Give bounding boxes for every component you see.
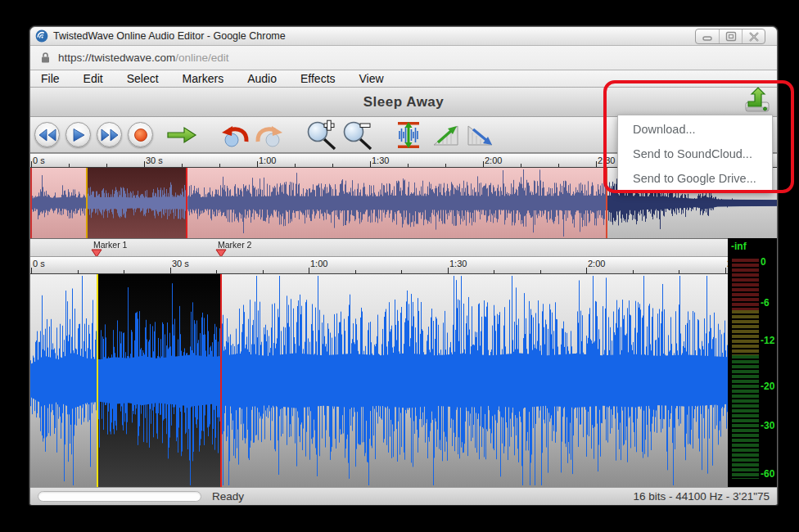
meter-scale-label: -12: [761, 335, 774, 346]
fade-out-button[interactable]: [467, 123, 494, 147]
menu-file[interactable]: File: [41, 72, 60, 85]
progress-bar: [38, 491, 201, 502]
overview-view-boundary-line: [606, 168, 607, 238]
level-meter: -inf 0-6-12-20-30-60: [728, 238, 777, 487]
url-path-part: /online/edit: [175, 52, 228, 64]
menu-view[interactable]: View: [359, 72, 384, 85]
ruler-label: 1:00: [310, 259, 327, 268]
title-bar: TwistedWave Online Audio Editor - Google…: [30, 27, 777, 46]
record-icon: [133, 127, 149, 143]
maximize-icon: [725, 31, 737, 42]
menu-effects[interactable]: Effects: [300, 72, 336, 85]
export-dropdown-menu: Download...Send to SoundCloud...Send to …: [617, 115, 773, 192]
close-button[interactable]: [742, 29, 765, 43]
overview-start-line: [30, 168, 32, 238]
minimize-button[interactable]: [696, 29, 719, 43]
maximize-button[interactable]: [719, 29, 742, 43]
twistedwave-favicon: [35, 29, 48, 43]
audio-format-info: 16 bits - 44100 Hz - 3'21"75: [634, 490, 770, 503]
export-menu-item-0[interactable]: Download...: [618, 117, 772, 142]
minimize-icon: [702, 32, 713, 42]
browser-window: TwistedWave Online Audio Editor - Google…: [29, 26, 778, 505]
menu-audio[interactable]: Audio: [247, 72, 277, 85]
zoom-in-button[interactable]: [305, 119, 339, 151]
main-waveform-canvas[interactable]: [30, 274, 728, 487]
window-title: TwistedWave Online Audio Editor - Google…: [53, 30, 286, 42]
lock-icon: [40, 52, 51, 64]
screenshot-root: TwistedWave Online Audio Editor - Google…: [0, 0, 799, 532]
fade-out-icon: [467, 123, 494, 147]
document-header: Sleep Away: [30, 88, 777, 117]
meter-scale-label: -60: [761, 468, 774, 480]
overview-selection-end-line: [186, 168, 187, 238]
green-arrow-icon: [165, 124, 198, 146]
ruler-label: 30 s: [172, 259, 189, 268]
markers-bar[interactable]: Marker 1Marker 2: [30, 238, 728, 256]
zoom-out-button[interactable]: [341, 119, 375, 151]
ruler-label: 2:30: [598, 156, 615, 165]
ruler-label: 0 s: [33, 259, 45, 268]
meter-top-label: -inf: [731, 241, 747, 252]
undo-icon: [219, 122, 251, 148]
ruler-label: 2:00: [485, 156, 502, 165]
menu-markers[interactable]: Markers: [183, 72, 224, 85]
rewind-icon: [38, 128, 56, 142]
status-text: Ready: [212, 490, 244, 503]
ruler-label: 30 s: [146, 156, 163, 165]
play-icon: [71, 128, 86, 142]
main-ruler[interactable]: 0 s30 s1:001:302:002:30: [30, 256, 728, 274]
document-title: Sleep Away: [363, 94, 445, 110]
meter-bars: [732, 259, 759, 479]
fast-forward-button[interactable]: [97, 122, 122, 147]
url-secure-part: https://twistedwave.com: [58, 52, 175, 64]
selection-start-line[interactable]: [97, 274, 98, 487]
jump-to-end-button[interactable]: [165, 124, 198, 146]
ruler-label: 1:30: [372, 156, 389, 165]
window-controls: [695, 29, 765, 44]
play-button[interactable]: [65, 122, 91, 147]
fade-in-button[interactable]: [432, 123, 460, 147]
record-button[interactable]: [128, 122, 153, 147]
redo-button[interactable]: [254, 122, 285, 148]
ruler-label: 0 s: [33, 156, 45, 165]
undo-button[interactable]: [219, 122, 251, 148]
fit-vertical-button[interactable]: [393, 121, 424, 149]
menu-bar: File Edit Select Markers Audio Effects V…: [30, 70, 777, 88]
ruler-label: 2:00: [588, 259, 605, 268]
meter-scale-label: -30: [761, 420, 774, 431]
main-waveform-panel[interactable]: [30, 274, 728, 487]
export-menu-item-1[interactable]: Send to SoundCloud...: [618, 142, 772, 166]
export-button[interactable]: [743, 85, 771, 114]
fit-vertical-icon: [393, 121, 424, 149]
close-icon: [748, 32, 760, 42]
export-icon: [743, 86, 771, 114]
zoom-in-icon: [305, 119, 339, 151]
fast-forward-icon: [101, 128, 119, 142]
meter-scale-label: -6: [761, 297, 770, 309]
redo-icon: [254, 122, 285, 148]
meter-scale-label: -20: [761, 381, 774, 392]
zoom-out-icon: [341, 119, 375, 151]
fade-in-icon: [432, 123, 460, 147]
rewind-button[interactable]: [34, 122, 60, 147]
menu-select[interactable]: Select: [127, 72, 159, 85]
ruler-label: 1:30: [449, 259, 467, 268]
status-bar: Ready 16 bits - 44100 Hz - 3'21"75: [30, 487, 777, 505]
meter-scale-label: 0: [761, 256, 766, 268]
ruler-label: 1:00: [259, 156, 276, 165]
export-menu-item-2[interactable]: Send to Google Drive...: [618, 166, 772, 191]
address-bar[interactable]: https://twistedwave.com/online/edit: [30, 46, 777, 70]
overview-selection-start-line: [86, 168, 88, 238]
menu-edit[interactable]: Edit: [84, 72, 103, 85]
selection-end-line[interactable]: [220, 274, 222, 487]
